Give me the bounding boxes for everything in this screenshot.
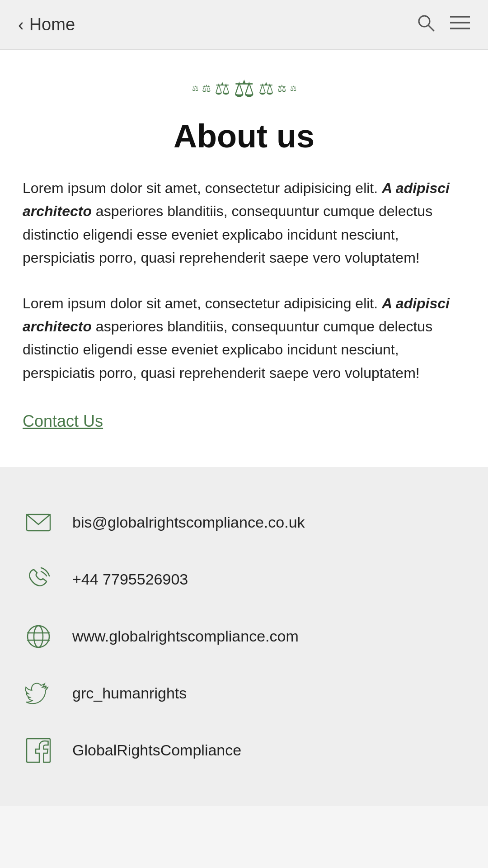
svg-point-6 — [28, 626, 49, 647]
twitter-text[interactable]: grc_humanrights — [72, 684, 187, 702]
back-icon[interactable]: ‹ — [18, 16, 24, 33]
scale-icon-3: ⚖ — [215, 80, 230, 97]
home-button[interactable]: Home — [29, 15, 75, 34]
page-title: About us — [23, 118, 465, 154]
phone-text[interactable]: +44 7795526903 — [72, 571, 188, 588]
paragraph-2: Lorem ipsum dolor sit amet, consectetur … — [23, 292, 465, 385]
scale-icon-2: ⚖ — [202, 84, 211, 94]
contact-us-link[interactable]: Contact Us — [23, 412, 103, 431]
paragraph-1-intro: Lorem ipsum dolor sit amet, consectetur … — [23, 180, 378, 196]
globe-icon — [23, 621, 54, 652]
email-icon — [23, 507, 54, 538]
contact-phone-item: +44 7795526903 — [23, 551, 465, 608]
search-icon[interactable] — [416, 13, 436, 37]
phone-icon — [23, 564, 54, 595]
paragraph-1: Lorem ipsum dolor sit amet, consectetur … — [23, 177, 465, 269]
svg-point-7 — [34, 626, 43, 647]
header-left: ‹ Home — [18, 15, 75, 34]
paragraph-2-intro: Lorem ipsum dolor sit amet, consectetur … — [23, 295, 378, 311]
header: ‹ Home — [0, 0, 488, 50]
main-content: ⚖ ⚖ ⚖ ⚖ ⚖ ⚖ ⚖ About us Lorem ipsum dolor… — [0, 50, 488, 467]
header-right — [416, 13, 470, 37]
scale-icon-7: ⚖ — [290, 85, 296, 92]
contact-section: bis@globalrightscompliance.co.uk +44 779… — [0, 467, 488, 806]
scale-icon-6: ⚖ — [277, 84, 286, 94]
email-text[interactable]: bis@globalrightscompliance.co.uk — [72, 514, 305, 531]
scale-icon-1: ⚖ — [192, 85, 198, 92]
website-text[interactable]: www.globalrightscompliance.com — [72, 627, 299, 645]
twitter-icon — [23, 678, 54, 709]
contact-twitter-item: grc_humanrights — [23, 665, 465, 722]
menu-icon[interactable] — [450, 14, 470, 35]
scale-icons-decoration: ⚖ ⚖ ⚖ ⚖ ⚖ ⚖ ⚖ — [23, 77, 465, 100]
scale-icon-4: ⚖ — [234, 77, 255, 100]
scale-icon-5: ⚖ — [258, 80, 274, 97]
contact-facebook-item: GlobalRightsCompliance — [23, 722, 465, 779]
facebook-text[interactable]: GlobalRightsCompliance — [72, 741, 241, 759]
contact-email-item: bis@globalrightscompliance.co.uk — [23, 494, 465, 551]
contact-website-item: www.globalrightscompliance.com — [23, 608, 465, 665]
svg-line-1 — [428, 25, 434, 31]
facebook-icon — [23, 735, 54, 766]
